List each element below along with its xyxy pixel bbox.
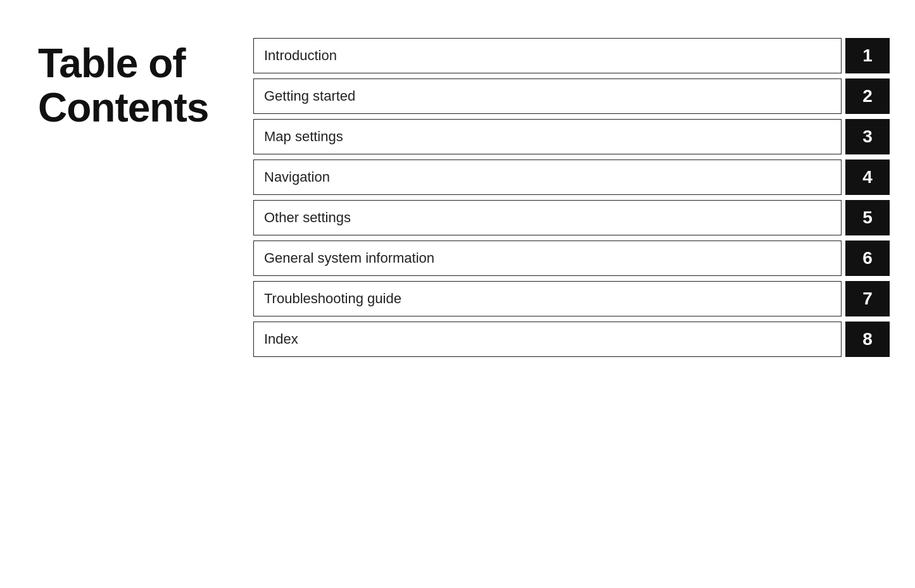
toc-row[interactable]: Index8 xyxy=(253,322,890,357)
toc-label: Introduction xyxy=(253,38,842,73)
toc-number: 1 xyxy=(845,38,890,73)
toc-label: Map settings xyxy=(253,119,842,154)
toc-row[interactable]: Navigation4 xyxy=(253,160,890,195)
toc-row[interactable]: Other settings5 xyxy=(253,200,890,235)
toc-row[interactable]: Getting started2 xyxy=(253,78,890,114)
page-container: Table of Contents Introduction1Getting s… xyxy=(0,0,915,400)
page-title: Table of Contents xyxy=(38,41,253,130)
toc-number: 2 xyxy=(845,78,890,114)
toc-number: 4 xyxy=(845,160,890,195)
toc-number: 3 xyxy=(845,119,890,154)
toc-number: 6 xyxy=(845,241,890,276)
toc-label: Navigation xyxy=(253,160,842,195)
toc-number: 5 xyxy=(845,200,890,235)
toc-label: Troubleshooting guide xyxy=(253,281,842,316)
toc-row[interactable]: General system information6 xyxy=(253,241,890,276)
toc-row[interactable]: Troubleshooting guide7 xyxy=(253,281,890,316)
toc-label: Other settings xyxy=(253,200,842,235)
toc-row[interactable]: Introduction1 xyxy=(253,38,890,73)
title-section: Table of Contents xyxy=(38,38,253,362)
toc-section: Introduction1Getting started2Map setting… xyxy=(253,38,890,362)
toc-number: 8 xyxy=(845,322,890,357)
toc-label: Index xyxy=(253,322,842,357)
toc-row[interactable]: Map settings3 xyxy=(253,119,890,154)
toc-label: General system information xyxy=(253,241,842,276)
toc-label: Getting started xyxy=(253,78,842,114)
toc-number: 7 xyxy=(845,281,890,316)
